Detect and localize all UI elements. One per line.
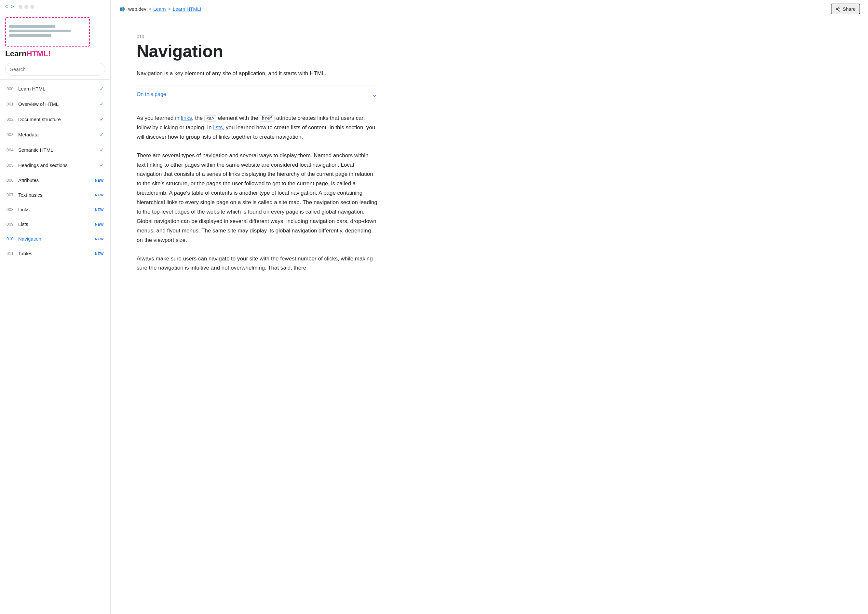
para1-mid1: , the <box>192 115 204 121</box>
breadcrumb-current[interactable]: Learn HTML! <box>173 6 202 12</box>
badge-008: NEW <box>95 208 104 211</box>
sidebar-item-headings[interactable]: 005 Headings and sections ✓ <box>0 158 110 173</box>
sidebar-item-lists[interactable]: 009 Lists NEW <box>0 217 110 232</box>
page-subtitle: Navigation is a key element of any site … <box>136 69 377 78</box>
share-label: Share <box>843 6 856 12</box>
browser-nav: < > <box>5 3 14 10</box>
sidebar-item-learn-html[interactable]: 000 Learn HTML ✓ <box>0 81 110 96</box>
chevron-down-icon: ⌄ <box>372 90 377 98</box>
svg-point-5 <box>839 10 840 11</box>
svg-marker-2 <box>121 6 124 12</box>
item-number-010: 010 <box>6 236 18 241</box>
sidebar-title: LearnHTML! <box>5 49 51 58</box>
item-label-005: Headings and sections <box>18 162 99 168</box>
item-number-005: 005 <box>6 163 18 168</box>
para1-mid2: element with the <box>216 115 260 121</box>
logo-area: LearnHTML! <box>5 17 105 58</box>
sidebar-item-attributes[interactable]: 006 Attributes NEW <box>0 173 110 188</box>
item-number-008: 008 <box>6 207 18 212</box>
check-icon-001: ✓ <box>99 101 104 107</box>
topbar: web.dev > Learn > Learn HTML! Share <box>111 0 868 18</box>
badge-007: NEW <box>95 193 104 197</box>
share-icon <box>835 6 841 12</box>
sidebar-item-metadata[interactable]: 003 Metadata ✓ <box>0 127 110 142</box>
item-number-004: 004 <box>6 148 18 152</box>
code-href-attr: href <box>260 115 274 122</box>
paragraph-2: There are several types of navigation an… <box>136 151 377 245</box>
on-this-page-label: On this page <box>136 92 166 97</box>
item-number-009: 009 <box>6 222 18 227</box>
item-number-001: 001 <box>6 101 18 106</box>
item-label-008: Links <box>18 207 95 212</box>
item-number-003: 003 <box>6 132 18 137</box>
main-content: 010 Navigation Navigation is a key eleme… <box>111 18 403 614</box>
item-label-007: Text basics <box>18 192 95 197</box>
page-title: Navigation <box>136 42 377 61</box>
sidebar-item-text-basics[interactable]: 007 Text basics NEW <box>0 188 110 202</box>
window-button-2[interactable] <box>25 5 28 9</box>
share-button[interactable]: Share <box>831 3 860 14</box>
webdev-logo[interactable]: web.dev <box>118 5 146 13</box>
sidebar-item-document[interactable]: 002 Document structure ✓ <box>0 112 110 127</box>
sidebar-item-links[interactable]: 008 Links NEW <box>0 202 110 217</box>
sidebar: < > LearnHTML! 000 Learn HTML ✓ 001 <box>0 0 111 614</box>
badge-011: NEW <box>95 252 104 256</box>
sidebar-item-tables[interactable]: 011 Tables NEW <box>0 246 110 261</box>
item-label-002: Document structure <box>18 117 99 122</box>
item-label-011: Tables <box>18 251 95 256</box>
item-number-007: 007 <box>6 193 18 197</box>
window-button-1[interactable] <box>19 5 22 9</box>
check-icon-002: ✓ <box>99 116 104 123</box>
badge-006: NEW <box>95 179 104 182</box>
sidebar-item-overview[interactable]: 001 Overview of HTML ✓ <box>0 96 110 112</box>
code-a-element: <a> <box>204 115 216 122</box>
breadcrumb-sep-1: > <box>148 6 151 12</box>
para1-prefix: As you learned in <box>136 115 181 121</box>
breadcrumb: web.dev > Learn > Learn HTML! <box>118 5 831 13</box>
item-label-004: Semantic HTML <box>18 147 99 153</box>
check-icon-000: ✓ <box>99 85 104 92</box>
sidebar-header: LearnHTML! <box>0 12 110 80</box>
item-label-001: Overview of HTML <box>18 101 99 107</box>
check-icon-004: ✓ <box>99 147 104 153</box>
back-icon[interactable]: < <box>5 3 8 10</box>
item-number-002: 002 <box>6 117 18 122</box>
item-label-006: Attributes <box>18 177 95 183</box>
title-learn: Learn <box>5 49 26 58</box>
svg-line-7 <box>837 8 839 9</box>
item-label-000: Learn HTML <box>18 86 99 92</box>
sidebar-item-navigation[interactable]: 010 Navigation NEW <box>0 232 110 246</box>
item-label-009: Lists <box>18 221 95 227</box>
check-icon-005: ✓ <box>99 162 104 168</box>
nav-list: 000 Learn HTML ✓ 001 Overview of HTML ✓ … <box>0 80 110 614</box>
logo-mockup <box>5 17 90 47</box>
para3-start: Always make sure users can navigate to y… <box>136 256 373 271</box>
section-number: 010 <box>136 34 377 39</box>
on-this-page-toggle[interactable]: On this page ⌄ <box>136 85 377 103</box>
mockup-line-3 <box>9 34 51 37</box>
check-icon-003: ✓ <box>99 132 104 138</box>
item-label-003: Metadata <box>18 132 99 137</box>
site-name: web.dev <box>128 6 146 12</box>
links-link[interactable]: links <box>181 115 192 121</box>
item-number-011: 011 <box>6 251 18 256</box>
svg-point-4 <box>836 8 837 10</box>
item-label-010: Navigation <box>18 236 95 242</box>
title-html: HTML! <box>26 49 51 58</box>
window-button-3[interactable] <box>30 5 34 9</box>
breadcrumb-sep-2: > <box>168 6 171 12</box>
window-chrome: < > <box>0 0 110 12</box>
badge-009: NEW <box>95 222 104 226</box>
webdev-icon <box>118 5 126 13</box>
lists-link[interactable]: lists <box>213 124 223 131</box>
forward-icon[interactable]: > <box>11 3 14 10</box>
badge-010: NEW <box>95 237 104 241</box>
paragraph-3: Always make sure users can navigate to y… <box>136 254 377 273</box>
breadcrumb-learn[interactable]: Learn <box>153 6 166 12</box>
svg-point-3 <box>839 7 840 8</box>
sidebar-item-semantic[interactable]: 004 Semantic HTML ✓ <box>0 142 110 158</box>
svg-line-6 <box>837 9 839 11</box>
paragraph-1: As you learned in links, the <a> element… <box>136 113 377 142</box>
mockup-line-2 <box>9 30 71 32</box>
search-input[interactable] <box>5 63 105 76</box>
